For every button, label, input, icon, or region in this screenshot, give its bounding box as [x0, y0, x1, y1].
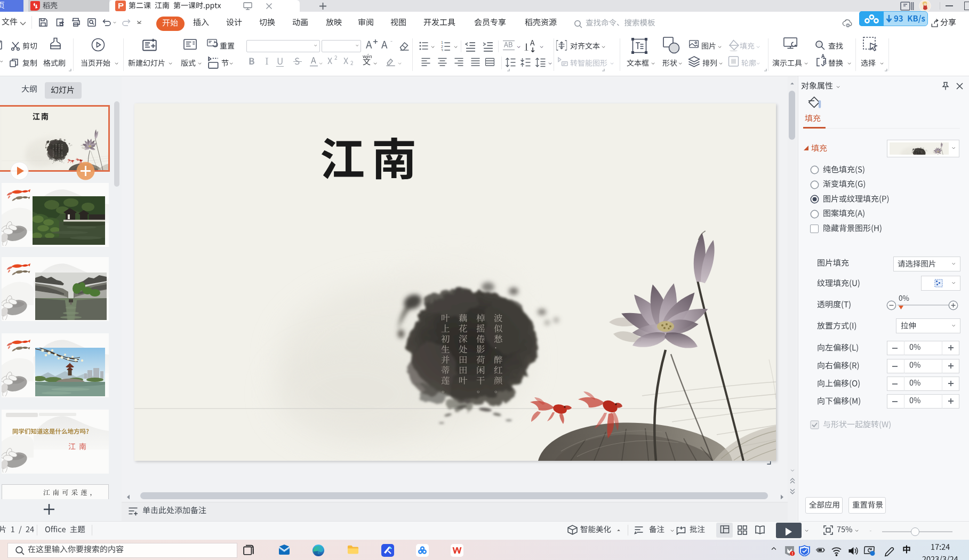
svg-text:3: 3 — [441, 49, 443, 51]
svg-text:1: 1 — [441, 41, 443, 44]
